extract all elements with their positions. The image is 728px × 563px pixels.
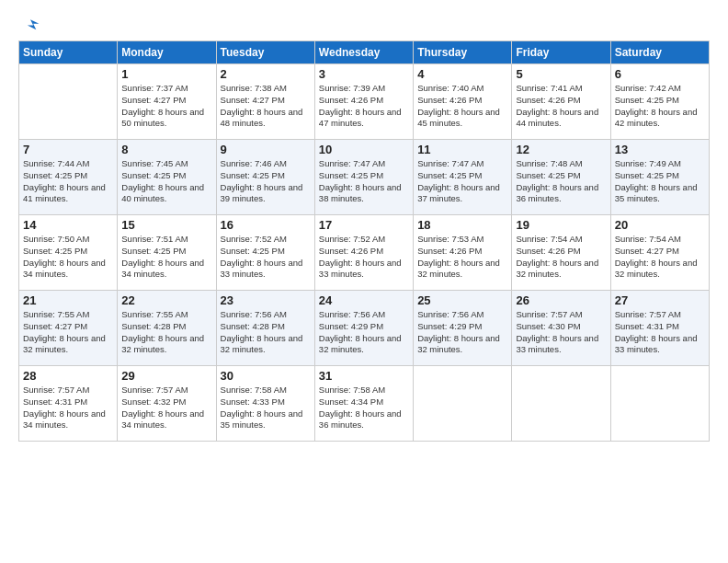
day-number: 20 bbox=[615, 218, 705, 232]
cell-info: Sunrise: 7:47 AMSunset: 4:25 PMDaylight:… bbox=[417, 158, 507, 205]
calendar-cell: 21Sunrise: 7:55 AMSunset: 4:27 PMDayligh… bbox=[19, 291, 118, 366]
day-number: 26 bbox=[516, 293, 606, 307]
calendar-cell: 29Sunrise: 7:57 AMSunset: 4:32 PMDayligh… bbox=[118, 366, 216, 442]
cell-info: Sunrise: 7:57 AMSunset: 4:31 PMDaylight:… bbox=[23, 385, 113, 431]
calendar-cell: 30Sunrise: 7:58 AMSunset: 4:33 PMDayligh… bbox=[216, 366, 314, 442]
col-header-friday: Friday bbox=[512, 41, 610, 64]
cell-info: Sunrise: 7:52 AMSunset: 4:26 PMDaylight:… bbox=[319, 234, 409, 281]
cell-info: Sunrise: 7:56 AMSunset: 4:29 PMDaylight:… bbox=[417, 309, 507, 356]
calendar-cell: 14Sunrise: 7:50 AMSunset: 4:25 PMDayligh… bbox=[19, 215, 118, 291]
col-header-wednesday: Wednesday bbox=[314, 41, 413, 64]
cell-info: Sunrise: 7:56 AMSunset: 4:29 PMDaylight:… bbox=[319, 309, 409, 356]
cell-info: Sunrise: 7:49 AMSunset: 4:25 PMDaylight:… bbox=[615, 158, 705, 205]
cell-info: Sunrise: 7:51 AMSunset: 4:25 PMDaylight:… bbox=[121, 234, 211, 281]
calendar-cell: 1Sunrise: 7:37 AMSunset: 4:27 PMDaylight… bbox=[118, 64, 216, 140]
cell-info: Sunrise: 7:55 AMSunset: 4:27 PMDaylight:… bbox=[23, 309, 113, 356]
col-header-saturday: Saturday bbox=[610, 41, 709, 64]
calendar-cell: 6Sunrise: 7:42 AMSunset: 4:25 PMDaylight… bbox=[610, 64, 709, 140]
svg-marker-0 bbox=[28, 19, 40, 29]
day-number: 8 bbox=[121, 143, 211, 156]
calendar-cell: 22Sunrise: 7:55 AMSunset: 4:28 PMDayligh… bbox=[118, 291, 216, 366]
calendar-cell: 5Sunrise: 7:41 AMSunset: 4:26 PMDaylight… bbox=[512, 64, 610, 140]
cell-info: Sunrise: 7:58 AMSunset: 4:33 PMDaylight:… bbox=[221, 385, 311, 431]
cell-info: Sunrise: 7:52 AMSunset: 4:25 PMDaylight:… bbox=[221, 234, 311, 281]
calendar-cell: 9Sunrise: 7:46 AMSunset: 4:25 PMDaylight… bbox=[216, 140, 314, 215]
calendar-cell: 26Sunrise: 7:57 AMSunset: 4:30 PMDayligh… bbox=[512, 291, 610, 366]
day-number: 1 bbox=[121, 67, 211, 81]
cell-info: Sunrise: 7:46 AMSunset: 4:25 PMDaylight:… bbox=[221, 158, 311, 205]
day-number: 4 bbox=[417, 67, 507, 81]
calendar-cell: 23Sunrise: 7:56 AMSunset: 4:28 PMDayligh… bbox=[216, 291, 314, 366]
day-number: 2 bbox=[221, 67, 311, 81]
header bbox=[18, 17, 710, 35]
day-number: 31 bbox=[319, 369, 409, 383]
col-header-tuesday: Tuesday bbox=[216, 41, 314, 64]
cell-info: Sunrise: 7:44 AMSunset: 4:25 PMDaylight:… bbox=[23, 158, 113, 205]
day-number: 24 bbox=[319, 293, 409, 307]
calendar-cell: 4Sunrise: 7:40 AMSunset: 4:26 PMDaylight… bbox=[414, 64, 512, 140]
calendar-week-row: 14Sunrise: 7:50 AMSunset: 4:25 PMDayligh… bbox=[19, 215, 710, 291]
day-number: 23 bbox=[221, 293, 311, 307]
cell-info: Sunrise: 7:58 AMSunset: 4:34 PMDaylight:… bbox=[319, 385, 409, 431]
day-number: 19 bbox=[516, 218, 606, 232]
page: SundayMondayTuesdayWednesdayThursdayFrid… bbox=[0, 0, 728, 563]
calendar-cell: 18Sunrise: 7:53 AMSunset: 4:26 PMDayligh… bbox=[414, 215, 512, 291]
calendar-cell: 20Sunrise: 7:54 AMSunset: 4:27 PMDayligh… bbox=[610, 215, 709, 291]
calendar-cell: 17Sunrise: 7:52 AMSunset: 4:26 PMDayligh… bbox=[314, 215, 413, 291]
calendar-cell: 28Sunrise: 7:57 AMSunset: 4:31 PMDayligh… bbox=[19, 366, 118, 442]
calendar-cell: 2Sunrise: 7:38 AMSunset: 4:27 PMDaylight… bbox=[216, 64, 314, 140]
cell-info: Sunrise: 7:48 AMSunset: 4:25 PMDaylight:… bbox=[516, 158, 606, 205]
day-number: 15 bbox=[121, 218, 211, 232]
calendar-cell: 16Sunrise: 7:52 AMSunset: 4:25 PMDayligh… bbox=[216, 215, 314, 291]
day-number: 28 bbox=[23, 369, 113, 383]
day-number: 29 bbox=[121, 369, 211, 383]
cell-info: Sunrise: 7:40 AMSunset: 4:26 PMDaylight:… bbox=[417, 83, 507, 130]
calendar-cell: 31Sunrise: 7:58 AMSunset: 4:34 PMDayligh… bbox=[314, 366, 413, 442]
calendar-cell bbox=[19, 64, 118, 140]
day-number: 13 bbox=[615, 143, 705, 156]
day-number: 7 bbox=[23, 143, 113, 156]
day-number: 5 bbox=[516, 67, 606, 81]
cell-info: Sunrise: 7:57 AMSunset: 4:32 PMDaylight:… bbox=[121, 385, 211, 431]
cell-info: Sunrise: 7:38 AMSunset: 4:27 PMDaylight:… bbox=[221, 83, 311, 130]
day-number: 12 bbox=[516, 143, 606, 156]
calendar-cell: 10Sunrise: 7:47 AMSunset: 4:25 PMDayligh… bbox=[314, 140, 413, 215]
calendar-cell: 3Sunrise: 7:39 AMSunset: 4:26 PMDaylight… bbox=[314, 64, 413, 140]
day-number: 11 bbox=[417, 143, 507, 156]
day-number: 18 bbox=[417, 218, 507, 232]
calendar-header-row: SundayMondayTuesdayWednesdayThursdayFrid… bbox=[19, 41, 710, 64]
day-number: 9 bbox=[221, 143, 311, 156]
day-number: 6 bbox=[615, 67, 705, 81]
calendar-cell: 8Sunrise: 7:45 AMSunset: 4:25 PMDaylight… bbox=[118, 140, 216, 215]
day-number: 14 bbox=[23, 218, 113, 232]
calendar-cell: 24Sunrise: 7:56 AMSunset: 4:29 PMDayligh… bbox=[314, 291, 413, 366]
day-number: 17 bbox=[319, 218, 409, 232]
col-header-sunday: Sunday bbox=[19, 41, 118, 64]
cell-info: Sunrise: 7:53 AMSunset: 4:26 PMDaylight:… bbox=[417, 234, 507, 281]
cell-info: Sunrise: 7:57 AMSunset: 4:31 PMDaylight:… bbox=[615, 309, 705, 356]
calendar-cell: 13Sunrise: 7:49 AMSunset: 4:25 PMDayligh… bbox=[610, 140, 709, 215]
calendar-week-row: 28Sunrise: 7:57 AMSunset: 4:31 PMDayligh… bbox=[19, 366, 710, 442]
calendar-cell bbox=[610, 366, 709, 442]
calendar-cell: 19Sunrise: 7:54 AMSunset: 4:26 PMDayligh… bbox=[512, 215, 610, 291]
col-header-monday: Monday bbox=[118, 41, 216, 64]
cell-info: Sunrise: 7:50 AMSunset: 4:25 PMDaylight:… bbox=[23, 234, 113, 281]
col-header-thursday: Thursday bbox=[414, 41, 512, 64]
calendar-cell: 15Sunrise: 7:51 AMSunset: 4:25 PMDayligh… bbox=[118, 215, 216, 291]
calendar-cell bbox=[414, 366, 512, 442]
calendar-cell bbox=[512, 366, 610, 442]
day-number: 10 bbox=[319, 143, 409, 156]
calendar-table: SundayMondayTuesdayWednesdayThursdayFrid… bbox=[18, 40, 710, 442]
calendar-cell: 11Sunrise: 7:47 AMSunset: 4:25 PMDayligh… bbox=[414, 140, 512, 215]
logo bbox=[18, 20, 40, 35]
logo-bird-icon bbox=[20, 17, 40, 37]
day-number: 30 bbox=[221, 369, 311, 383]
cell-info: Sunrise: 7:55 AMSunset: 4:28 PMDaylight:… bbox=[121, 309, 211, 356]
day-number: 27 bbox=[615, 293, 705, 307]
calendar-cell: 27Sunrise: 7:57 AMSunset: 4:31 PMDayligh… bbox=[610, 291, 709, 366]
calendar-cell: 12Sunrise: 7:48 AMSunset: 4:25 PMDayligh… bbox=[512, 140, 610, 215]
cell-info: Sunrise: 7:56 AMSunset: 4:28 PMDaylight:… bbox=[221, 309, 311, 356]
calendar-week-row: 21Sunrise: 7:55 AMSunset: 4:27 PMDayligh… bbox=[19, 291, 710, 366]
day-number: 16 bbox=[221, 218, 311, 232]
cell-info: Sunrise: 7:42 AMSunset: 4:25 PMDaylight:… bbox=[615, 83, 705, 130]
